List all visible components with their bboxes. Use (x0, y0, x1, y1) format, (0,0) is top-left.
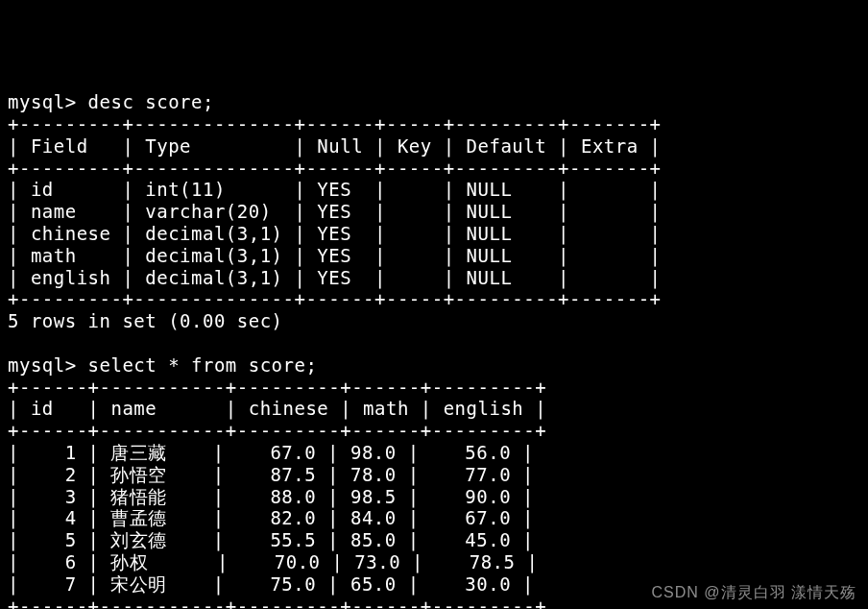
desc-row: | chinese | decimal(3,1) | YES | | NULL … (8, 223, 662, 244)
terminal-output: mysql> desc score; +---------+----------… (8, 91, 860, 609)
select-border-bot: +------+-----------+---------+------+---… (8, 596, 546, 609)
desc-border-top: +---------+--------------+------+-----+-… (8, 113, 662, 134)
mysql-prompt: mysql> (8, 91, 77, 112)
desc-header: | Field | Type | Null | Key | Default | … (8, 135, 662, 157)
desc-row: | name | varchar(20) | YES | | NULL | | (8, 201, 662, 222)
desc-summary: 5 rows in set (0.00 sec) (8, 310, 283, 331)
select-row: | 5 | 刘玄德 | 55.5 | 85.0 | 45.0 | (8, 529, 534, 550)
mysql-prompt: mysql> (8, 354, 77, 376)
desc-row: | id | int(11) | YES | | NULL | | (8, 179, 662, 200)
select-row: | 4 | 曹孟德 | 82.0 | 84.0 | 67.0 | (8, 507, 534, 528)
desc-border-mid: +---------+--------------+------+-----+-… (8, 158, 662, 179)
select-row: | 3 | 猪悟能 | 88.0 | 98.5 | 90.0 | (8, 486, 534, 507)
watermark-text: CSDN @清灵白羽 漾情天殇 (652, 583, 856, 601)
select-row: | 2 | 孙悟空 | 87.5 | 78.0 | 77.0 | (8, 464, 534, 485)
select-row: | 1 | 唐三藏 | 67.0 | 98.0 | 56.0 | (8, 442, 534, 463)
select-border-mid: +------+-----------+---------+------+---… (8, 420, 546, 441)
select-header: | id | name | chinese | math | english | (8, 398, 546, 419)
desc-row: | math | decimal(3,1) | YES | | NULL | | (8, 245, 662, 266)
select-row: | 6 | 孙权 | 70.0 | 73.0 | 78.5 | (8, 551, 538, 572)
desc-row: | english | decimal(3,1) | YES | | NULL … (8, 267, 662, 288)
select-row: | 7 | 宋公明 | 75.0 | 65.0 | 30.0 | (8, 573, 534, 595)
desc-border-bot: +---------+--------------+------+-----+-… (8, 288, 662, 309)
select-border-top: +------+-----------+---------+------+---… (8, 377, 546, 398)
command-desc: desc score; (88, 91, 214, 112)
command-select: select * from score; (88, 354, 318, 376)
